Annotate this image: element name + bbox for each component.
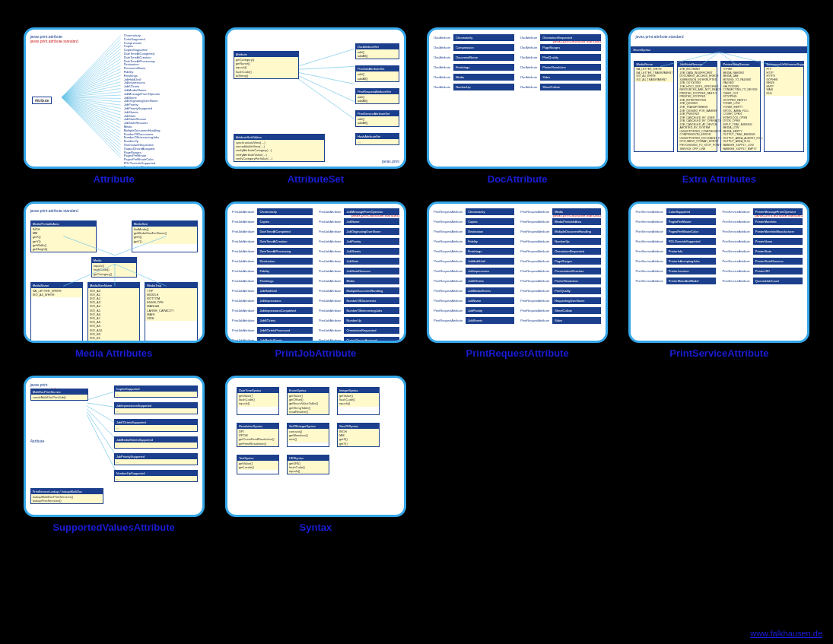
pair-row: PrintRequestAttributeSheetCollate xyxy=(520,307,601,314)
members: synchronizedView(…) unmodifiableView(…) … xyxy=(234,140,324,161)
thumb-attribute[interactable]: javax.print.attribute javax.print.attrib… xyxy=(24,27,205,169)
col-right: PrintRequestAttributeMediaPrintRequestAt… xyxy=(520,208,601,336)
pair-row: PrintServiceAttributePrinterStateReasons xyxy=(722,258,803,265)
uml-box: Finishings xyxy=(257,278,312,284)
svg-line-28 xyxy=(62,97,120,128)
thumb-printrequestattribute[interactable]: javax.print.attribute javax.print.attrib… xyxy=(427,201,608,343)
svg-line-8 xyxy=(62,62,120,97)
m: findMedia() getMediaSizeForName() getX()… xyxy=(132,227,197,244)
svg-line-35 xyxy=(62,97,120,151)
pair-row: PrintJobAttributeOrientationRequested xyxy=(319,327,399,334)
svg-line-22 xyxy=(62,97,120,109)
uml-box: DocumentName xyxy=(453,54,514,61)
pair-row: PrintJobAttributeJobOriginatingUserName xyxy=(319,228,399,235)
uml-box: Media xyxy=(552,208,601,215)
uml-box: OutputDeviceAssigned xyxy=(344,337,399,343)
interface-name: PrintJobAttribute xyxy=(319,279,342,283)
pair-row: PrintJobAttributeJobSheets xyxy=(319,248,399,255)
interface-name: PrintServiceAttribute xyxy=(635,240,663,243)
m: NA_LETTER_WHITE ISO_A4_WHITE xyxy=(31,288,82,297)
interface-name: DocAttribute xyxy=(520,46,537,49)
uml-box: PrinterResolution xyxy=(552,278,601,284)
svg-line-52 xyxy=(87,391,116,400)
svg-line-15 xyxy=(62,85,120,97)
interface-name: DocAttribute xyxy=(434,65,450,69)
pair-row: PrintJobAttributeDateTimeAtCreation xyxy=(232,238,313,245)
pair-row: PrintRequestAttributeMultipleDocumentHan… xyxy=(520,228,601,235)
svg-line-40 xyxy=(297,72,355,84)
col-right: PrintJobAttributeJobMessageFromOperatorP… xyxy=(319,208,399,336)
interface-name: PrintServiceAttribute xyxy=(635,220,663,224)
svg-line-34 xyxy=(62,97,120,148)
pair-row: PrintJobAttributeJobKOctets xyxy=(232,317,313,324)
uml-box: NumberUp xyxy=(344,317,399,324)
pair-row: PrintRequestAttributeOrientationRequeste… xyxy=(520,248,601,255)
right-col: CopiesSupported…JobImpressionsSupported…… xyxy=(114,385,198,482)
pair-row: PrintRequestAttributeNumberUp xyxy=(520,238,601,245)
pair-row: PrintRequestAttributeChromaticity xyxy=(434,208,514,215)
interface-name: PrintJobAttribute xyxy=(232,319,255,322)
pair-row: PrintRequestAttributeRequestingUserName xyxy=(520,297,601,304)
pair-row: DocAttributeDocumentName xyxy=(434,54,514,61)
interface-name: PrintServiceAttribute xyxy=(635,259,663,263)
uml-box: JobName xyxy=(466,297,514,304)
interface-name: PrintJobAttribute xyxy=(232,249,255,253)
uml-box: PrinterIsAcceptingJobs xyxy=(666,258,717,265)
svg-line-38 xyxy=(297,49,355,66)
uml-box: NumberUp xyxy=(453,84,514,90)
pair-row: PrintRequestAttributeMediaPrintableArea xyxy=(520,218,601,225)
svg-line-29 xyxy=(62,97,120,132)
thumb-docattribute[interactable]: javax.print.attribute javax.print.attrib… xyxy=(427,27,608,169)
col-left: PrintRequestAttributeChromaticityPrintRe… xyxy=(434,208,514,336)
uml-box: JobImpressions xyxy=(257,297,312,304)
fan-root: Attribute xyxy=(32,97,52,104)
twocol: PrintServiceAttributeColorSupportedPrint… xyxy=(635,208,803,336)
thumb-printjobattribute[interactable]: javax.print.attribute javax.print.attrib… xyxy=(225,201,406,343)
thumb-supportedvaluesattribute[interactable]: javax.print javax.print.attribute MultiD… xyxy=(24,376,205,517)
pair-row: DocAttributeChromaticity xyxy=(434,34,514,41)
interface-name: PrintRequestAttribute xyxy=(520,240,549,243)
uml-box: PagesPerMinute xyxy=(666,218,717,225)
uml-box: NumberUp xyxy=(552,238,601,245)
uml-box: RequestingUserName xyxy=(552,297,601,304)
cell-attributeset: Attribute getCategory() getName() equals… xyxy=(223,27,408,185)
thumb-syntax[interactable]: DateTimeSyntaxgetValue() hashCode() equa… xyxy=(225,376,406,517)
interface-name: PrintRequestAttribute xyxy=(434,259,463,263)
pair-row: PrintServiceAttributeColorSupported xyxy=(635,208,716,215)
m: createMultiDocPrintJob() xyxy=(31,395,87,400)
caption-attribute: Attribute xyxy=(94,173,135,185)
svg-line-25 xyxy=(62,97,120,119)
uml-box: Sides xyxy=(540,74,601,81)
caption-docattribute: DocAttribute xyxy=(488,173,548,185)
uml-box: PDLOverrideSupported xyxy=(666,238,717,245)
pair-row: PrintJobAttributeOutputDeviceAssigned xyxy=(319,337,399,343)
footer-link[interactable]: www.falkhausen.de xyxy=(750,629,822,638)
uml-box: Fidelity xyxy=(466,238,514,245)
uml-box: OrientationRequested xyxy=(540,34,601,41)
svg-line-37 xyxy=(62,97,120,158)
caption-printjobattribute: PrintJobAttribute xyxy=(275,347,356,359)
uml-box: JobImpressions xyxy=(466,268,514,274)
svg-line-18 xyxy=(62,95,120,97)
pair-row: PrintJobAttributeJobImpressions xyxy=(232,297,313,304)
fan-leaves: ChromaticityColorSupportedCompressionCop… xyxy=(123,34,161,169)
uml-box: JobStateReasonJOB_INCOMING JOB_DATA_INSU… xyxy=(677,61,717,152)
pair-row: PrintServiceAttributePrinterMoreInfoManu… xyxy=(722,228,803,235)
interface-name: PrintRequestAttribute xyxy=(434,240,463,243)
thumbnail-grid: javax.print.attribute javax.print.attrib… xyxy=(0,0,833,541)
uml-box: MultipleDocumentHandling xyxy=(552,228,601,235)
uml-box: PrintServiceAttributeSetadd() addAll() xyxy=(355,110,399,126)
thumb-mediaattributes[interactable]: javax.print.attribute.standard MediaPrin… xyxy=(24,201,205,343)
uml-box: JobKOctetsProcessed xyxy=(257,327,312,334)
thumb-attributeset[interactable]: Attribute getCategory() getName() equals… xyxy=(225,27,406,169)
interface-name: PrintServiceAttribute xyxy=(635,249,663,253)
thumb-printserviceattribute[interactable]: javax.print.attribute javax.print.attrib… xyxy=(628,201,809,343)
pair-row: PrintJobAttributeDateTimeAtCompleted xyxy=(232,228,313,235)
thumb-extraattributes[interactable]: javax.print.attribute.standard EnumSynta… xyxy=(628,27,809,169)
uml-box: Destination xyxy=(466,228,514,235)
uml-box: Fidelity xyxy=(257,268,312,274)
uml-box: CopiesSupported… xyxy=(114,385,198,398)
pair-row: DocAttributePageRanges xyxy=(520,44,601,51)
uml-box: IntegerSyntaxgetValue() hashCode() equal… xyxy=(337,387,380,415)
pair-row: PrintJobAttributeMedia xyxy=(319,278,399,284)
